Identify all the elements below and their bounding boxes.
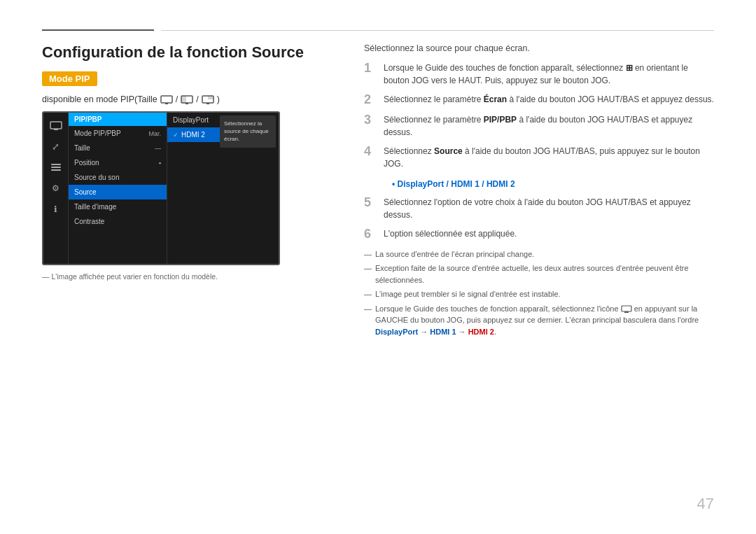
arrows-icon: ⤢ xyxy=(49,139,63,153)
monitor-sidebar: ⤢ ⚙ ℹ xyxy=(43,113,69,264)
step-number-4: 4 xyxy=(364,145,377,159)
step-number-6: 6 xyxy=(364,227,377,241)
intro-text: Sélectionnez la source pour chaque écran… xyxy=(364,43,714,53)
svg-rect-7 xyxy=(206,103,209,104)
rule-left xyxy=(42,29,154,31)
right-column: Sélectionnez la source pour chaque écran… xyxy=(364,43,714,340)
monitor-icon-sidebar xyxy=(49,118,63,132)
svg-rect-4 xyxy=(186,103,188,104)
footnote: L'image affichée peut varier en fonction… xyxy=(42,272,336,281)
monitor-info-text: Sélectionnez la source de chaque écran. xyxy=(224,120,272,143)
step-2: 2 Sélectionnez le paramètre Écran à l'ai… xyxy=(364,93,714,107)
page-container: Configuration de la fonction Source Mode… xyxy=(0,0,756,534)
subtitle: disponible en mode PIP(Taille / / xyxy=(42,94,336,104)
step-number-3: 3 xyxy=(364,113,377,127)
bullet-list: DisplayPort / HDMI 1 / HDMI 2 xyxy=(384,179,515,189)
menu-item-0: Mode PIP/PBP Mar. xyxy=(69,126,167,141)
menu-item-1: Taille — xyxy=(69,141,167,155)
info-icon: ℹ xyxy=(49,202,63,216)
bullet-item: DisplayPort / HDMI 1 / HDMI 2 xyxy=(384,176,714,193)
step-text-5: Sélectionnez l'option de votre choix à l… xyxy=(384,196,714,221)
svg-rect-6 xyxy=(208,96,214,99)
slash-separator: / xyxy=(176,94,178,104)
step-3: 3 Sélectionnez le paramètre PIP/PBP à l'… xyxy=(364,113,714,139)
mode-badge: Mode PIP xyxy=(42,71,97,86)
step-text-4: Sélectionnez Source à l'aide du bouton J… xyxy=(384,145,714,170)
note-2: Exception faite de la source d'entrée ac… xyxy=(364,262,714,286)
note-4: Lorsque le Guide des touches de fonction… xyxy=(364,303,714,338)
notes-block: La source d'entrée de l'écran principal … xyxy=(364,248,714,338)
display-icon xyxy=(50,121,62,130)
monitor-icon-2 xyxy=(181,95,193,104)
inline-monitor-icon xyxy=(621,305,632,313)
note-3: L'image peut trembler si le signal d'ent… xyxy=(364,288,714,300)
hdmi2-bold: HDMI 2 xyxy=(468,328,494,336)
hdmi1-bold: HDMI 1 xyxy=(430,328,456,336)
svg-rect-11 xyxy=(624,311,629,313)
menu-item-5: Taille d'image xyxy=(69,199,167,214)
top-rule xyxy=(42,28,714,31)
page-title: Configuration de la fonction Source xyxy=(42,43,336,62)
note-1: La source d'entrée de l'écran principal … xyxy=(364,248,714,260)
menu-header: PIP/PBP xyxy=(69,113,167,126)
subtitle-text: disponible en mode PIP(Taille xyxy=(42,94,158,104)
svg-rect-1 xyxy=(165,103,168,104)
svg-rect-0 xyxy=(161,96,172,103)
menu-item-source: Source xyxy=(69,185,167,199)
slash-separator-2: / xyxy=(196,94,198,104)
menu-item-6: Contraste xyxy=(69,214,167,229)
svg-rect-8 xyxy=(50,122,62,129)
lines-icon xyxy=(49,160,63,174)
menu-item-3: Source du son xyxy=(69,170,167,185)
step-5: 5 Sélectionnez l'option de votre choix à… xyxy=(364,196,714,221)
step-6: 6 L'option sélectionnée est appliquée. xyxy=(364,227,714,241)
step-number-5: 5 xyxy=(364,196,377,210)
step-text-2: Sélectionnez le paramètre Écran à l'aide… xyxy=(384,93,714,106)
step-1: 1 Lorsque le Guide des touches de foncti… xyxy=(364,62,714,87)
left-column: Configuration de la fonction Source Mode… xyxy=(42,43,336,340)
monitor-mockup: ⤢ ⚙ ℹ PIP/PBP xyxy=(42,111,280,265)
svg-rect-3 xyxy=(181,96,186,103)
gear-icon: ⚙ xyxy=(49,181,63,195)
menu-main: PIP/PBP Mode PIP/PBP Mar. Taille — Posit… xyxy=(69,113,167,264)
monitor-icon-1 xyxy=(160,95,173,104)
monitor-icon-3 xyxy=(202,95,214,104)
step-text-1: Lorsque le Guide des touches de fonction… xyxy=(384,62,714,87)
steps-list: 1 Lorsque le Guide des touches de foncti… xyxy=(364,62,714,241)
menu-item-2: Position ▪ xyxy=(69,155,167,170)
monitor-info-box: Sélectionnez la source de chaque écran. xyxy=(220,115,276,148)
bullet-display-hdmi: DisplayPort / HDMI 1 / HDMI 2 xyxy=(392,179,515,189)
svg-rect-9 xyxy=(54,129,58,130)
step-number-2: 2 xyxy=(364,93,377,107)
display-port-bold: DisplayPort xyxy=(375,328,418,336)
monitor-menu: PIP/PBP Mode PIP/PBP Mar. Taille — Posit… xyxy=(69,113,279,264)
close-paren: ) xyxy=(217,94,220,104)
step-text-6: L'option sélectionnée est appliquée. xyxy=(384,227,714,240)
content-area: Configuration de la fonction Source Mode… xyxy=(42,43,714,340)
step-text-3: Sélectionnez le paramètre PIP/PBP à l'ai… xyxy=(384,113,714,139)
svg-rect-10 xyxy=(622,306,631,311)
rule-right xyxy=(161,30,714,31)
step-4: 4 Sélectionnez Source à l'aide du bouton… xyxy=(364,145,714,170)
step-number-1: 1 xyxy=(364,62,377,76)
page-number: 47 xyxy=(697,495,714,513)
